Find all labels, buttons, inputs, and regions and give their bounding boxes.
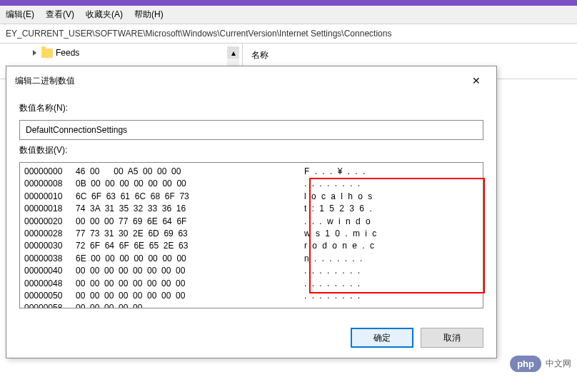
hex-row[interactable]: 0000005000 00 00 00 00 00 00 00. . . . .… bbox=[24, 290, 478, 302]
hex-row[interactable]: 0000002877 73 31 30 2E 6D 69 63w s 1 0 .… bbox=[24, 228, 478, 240]
top-accent-bar bbox=[0, 0, 577, 6]
hex-row[interactable]: 0000002000 00 00 77 69 6E 64 6F. . . w i… bbox=[24, 216, 478, 228]
hex-offset: 00000040 bbox=[24, 265, 76, 277]
close-icon: ✕ bbox=[472, 75, 481, 86]
tree-item-feeds[interactable]: Feeds bbox=[3, 46, 239, 59]
hex-offset: 00000030 bbox=[24, 240, 76, 252]
hex-offset: 00000010 bbox=[24, 191, 76, 203]
hex-row[interactable]: 000000080B 00 00 00 00 00 00 00. . . . .… bbox=[24, 178, 478, 190]
hex-bytes[interactable]: 77 73 31 30 2E 6D 69 63 bbox=[76, 228, 304, 240]
tree-item-label: Feeds bbox=[56, 48, 79, 58]
value-name-label: 数值名称(N): bbox=[19, 102, 483, 114]
hex-ascii[interactable]: . . . w i n d o bbox=[304, 216, 478, 228]
hex-bytes[interactable]: 46 00 00 A5 00 00 00 bbox=[76, 166, 304, 178]
value-data-label: 数值数据(V): bbox=[19, 144, 483, 156]
hex-bytes[interactable]: 00 00 00 00 00 00 00 00 bbox=[76, 278, 304, 290]
hex-ascii[interactable]: w s 1 0 . m i c bbox=[304, 228, 478, 240]
hex-ascii[interactable]: . . . . . . . . bbox=[304, 265, 478, 277]
hex-offset: 00000048 bbox=[24, 278, 76, 290]
dialog-footer: 确定 取消 bbox=[6, 322, 496, 358]
ok-button[interactable]: 确定 bbox=[351, 328, 413, 348]
menu-view[interactable]: 查看(V) bbox=[46, 9, 74, 21]
menu-help[interactable]: 帮助(H) bbox=[134, 9, 164, 21]
hex-offset: 00000028 bbox=[24, 228, 76, 240]
hex-bytes[interactable]: 0B 00 00 00 00 00 00 00 bbox=[76, 178, 304, 190]
hex-bytes[interactable]: 00 00 00 00 00 bbox=[76, 302, 304, 308]
hex-ascii[interactable]: . . . . . . . . bbox=[304, 290, 478, 302]
scroll-up-icon[interactable]: ▴ bbox=[227, 46, 239, 59]
hex-ascii[interactable]: r o d o n e . c bbox=[304, 240, 478, 252]
hex-offset: 00000018 bbox=[24, 203, 76, 215]
hex-offset: 00000020 bbox=[24, 216, 76, 228]
value-name-input[interactable] bbox=[19, 120, 483, 140]
hex-ascii[interactable]: l o c a l h o s bbox=[304, 191, 478, 203]
hex-ascii[interactable]: . . . . . . . . bbox=[304, 278, 478, 290]
hex-bytes[interactable]: 00 00 00 00 00 00 00 00 bbox=[76, 265, 304, 277]
hex-row[interactable]: 0000001874 3A 31 35 32 33 36 16t : 1 5 2… bbox=[24, 203, 478, 215]
hex-bytes[interactable]: 74 3A 31 35 32 33 36 16 bbox=[76, 203, 304, 215]
hex-row[interactable]: 0000004800 00 00 00 00 00 00 00. . . . .… bbox=[24, 278, 478, 290]
hex-bytes[interactable]: 6C 6F 63 61 6C 68 6F 73 bbox=[76, 191, 304, 203]
hex-editor[interactable]: 0000000046 00 00 A5 00 00 00F . . . ¥ . … bbox=[19, 162, 483, 308]
hex-ascii[interactable]: n . . . . . . . bbox=[304, 253, 478, 265]
hex-offset: 00000000 bbox=[24, 166, 76, 178]
watermark-badge: php 中文网 bbox=[510, 356, 571, 372]
hex-row[interactable]: 0000004000 00 00 00 00 00 00 00. . . . .… bbox=[24, 265, 478, 277]
dialog-body: 数值名称(N): 数值数据(V): 0000000046 00 00 A5 00… bbox=[6, 95, 496, 322]
php-logo: php bbox=[510, 356, 541, 372]
close-button[interactable]: ✕ bbox=[465, 72, 488, 89]
dialog-title-text: 编辑二进制数值 bbox=[15, 75, 75, 87]
hex-row[interactable]: 0000003072 6F 64 6F 6E 65 2E 63r o d o n… bbox=[24, 240, 478, 252]
expand-icon[interactable] bbox=[31, 49, 39, 56]
hex-offset: 00000038 bbox=[24, 253, 76, 265]
hex-ascii[interactable]: . . . . . bbox=[304, 302, 478, 308]
hex-offset: 00000008 bbox=[24, 178, 76, 190]
hex-bytes[interactable]: 00 00 00 00 00 00 00 00 bbox=[76, 290, 304, 302]
hex-row[interactable]: 000000386E 00 00 00 00 00 00 00n . . . .… bbox=[24, 253, 478, 265]
hex-bytes[interactable]: 72 6F 64 6F 6E 65 2E 63 bbox=[76, 240, 304, 252]
folder-icon bbox=[41, 49, 53, 58]
menu-favorites[interactable]: 收藏夹(A) bbox=[86, 9, 123, 21]
dialog-titlebar: 编辑二进制数值 ✕ bbox=[6, 66, 496, 95]
hex-row[interactable]: 000000106C 6F 63 61 6C 68 6F 73l o c a l… bbox=[24, 191, 478, 203]
edit-binary-dialog: 编辑二进制数值 ✕ 数值名称(N): 数值数据(V): 0000000046 0… bbox=[6, 66, 497, 358]
hex-offset: 00000050 bbox=[24, 290, 76, 302]
hex-ascii[interactable]: t : 1 5 2 3 6 . bbox=[304, 203, 478, 215]
list-header-name[interactable]: 名称 bbox=[249, 46, 571, 64]
hex-row[interactable]: 0000005800 00 00 00 00 . . . . . bbox=[24, 302, 478, 308]
badge-text: 中文网 bbox=[546, 358, 571, 370]
hex-ascii[interactable]: F . . . ¥ . . . bbox=[304, 166, 478, 178]
hex-offset: 00000058 bbox=[24, 302, 76, 308]
menu-bar: 编辑(E) 查看(V) 收藏夹(A) 帮助(H) bbox=[0, 6, 577, 24]
hex-bytes[interactable]: 00 00 00 77 69 6E 64 6F bbox=[76, 216, 304, 228]
cancel-button[interactable]: 取消 bbox=[421, 328, 483, 348]
address-bar[interactable]: EY_CURRENT_USER\SOFTWARE\Microsoft\Windo… bbox=[0, 24, 577, 44]
hex-row[interactable]: 0000000046 00 00 A5 00 00 00F . . . ¥ . … bbox=[24, 166, 478, 178]
menu-edit[interactable]: 编辑(E) bbox=[6, 9, 34, 21]
hex-bytes[interactable]: 6E 00 00 00 00 00 00 00 bbox=[76, 253, 304, 265]
hex-ascii[interactable]: . . . . . . . . bbox=[304, 178, 478, 190]
